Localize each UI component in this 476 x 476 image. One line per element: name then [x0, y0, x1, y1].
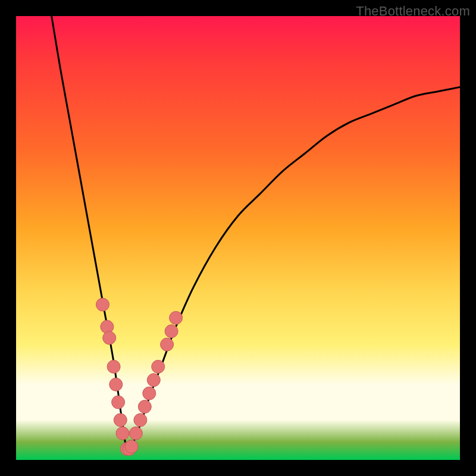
marker-point [129, 427, 142, 440]
marker-point [112, 396, 125, 409]
marker-point [109, 378, 123, 391]
chart-frame: TheBottleneck.com [0, 0, 476, 476]
marker-point [103, 331, 116, 345]
chart-svg [16, 16, 460, 460]
marker-point [114, 414, 127, 427]
marker-point [170, 311, 183, 324]
marker-point [143, 387, 156, 400]
plot-area [16, 16, 460, 460]
marker-point [147, 374, 160, 387]
marker-point [107, 360, 120, 373]
marker-point [101, 320, 114, 333]
marker-point [125, 440, 138, 453]
marker-point [165, 325, 178, 338]
marker-point [96, 298, 109, 311]
highlighted-points [96, 298, 183, 456]
marker-point [134, 414, 147, 427]
attribution-label: TheBottleneck.com [356, 4, 470, 19]
marker-point [161, 338, 174, 351]
marker-point [152, 360, 165, 373]
marker-point [138, 400, 151, 414]
marker-point [116, 427, 129, 440]
